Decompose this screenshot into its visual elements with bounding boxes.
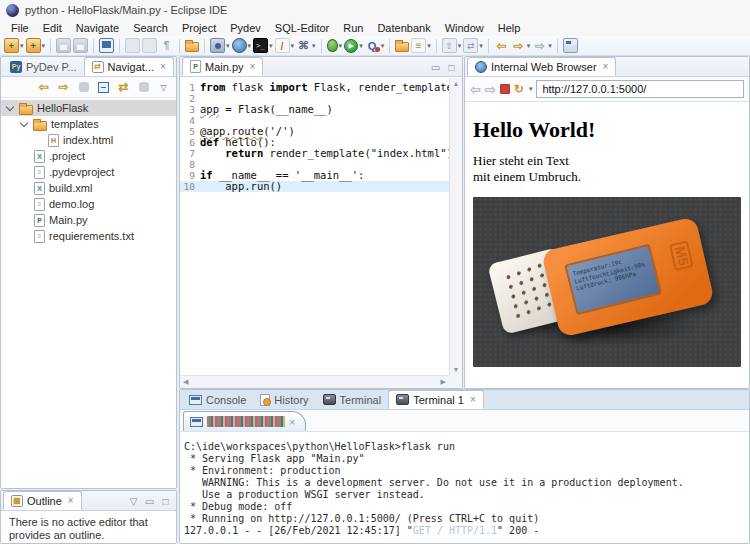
dropdown-icon[interactable]: ▾ xyxy=(527,42,531,50)
stop-icon[interactable] xyxy=(500,84,510,94)
tree-item-main-py[interactable]: PMain.py xyxy=(1,212,176,228)
dropdown-menu-icon[interactable]: ▽ xyxy=(155,79,172,96)
terminal-button[interactable]: >_▾ xyxy=(252,37,274,55)
tab-outline[interactable]: ▦ Outline × xyxy=(3,491,82,510)
close-icon[interactable]: × xyxy=(250,61,256,72)
maximize-icon[interactable]: □ xyxy=(159,496,172,507)
save-button[interactable] xyxy=(55,37,72,55)
minimize-icon[interactable]: ▭ xyxy=(429,62,442,73)
dropdown-icon[interactable]: ▾ xyxy=(548,42,552,50)
console-tab-terminal[interactable]: Terminal xyxy=(316,390,389,409)
dropdown-icon[interactable]: ▾ xyxy=(427,42,431,50)
console-tab-terminal-1[interactable]: Terminal 1× xyxy=(388,390,484,409)
dropdown-icon[interactable]: ▾ xyxy=(42,42,46,50)
navigator-tab-pydev-p-[interactable]: PyPyDev P... xyxy=(3,57,84,76)
menu-help[interactable]: Help xyxy=(491,22,528,34)
console-tab-console[interactable]: Console xyxy=(182,390,253,409)
dropdown-icon[interactable]: ▾ xyxy=(226,42,230,50)
new-pydev-module-button[interactable]: ⇧▾ xyxy=(441,37,463,55)
collapse-all-icon[interactable] xyxy=(95,79,112,96)
back-button[interactable]: ⇦ xyxy=(493,37,510,55)
navigator-tab-navigat-[interactable]: ⇄Navigat...× xyxy=(84,57,174,76)
menu-project[interactable]: Project xyxy=(175,22,223,34)
console-tab-history[interactable]: History xyxy=(253,390,315,409)
new-wizard-button[interactable]: ▾ xyxy=(3,37,25,55)
menu-edit[interactable]: Edit xyxy=(36,22,69,34)
last-edit-button[interactable]: ⇨▾ xyxy=(531,37,553,55)
open-folder-button[interactable] xyxy=(394,37,410,55)
menu-run[interactable]: Run xyxy=(336,22,370,34)
tree-item-index-html[interactable]: Hindex.html xyxy=(1,132,176,148)
maximize-icon[interactable]: □ xyxy=(445,62,458,73)
chevron-down-icon[interactable] xyxy=(6,102,14,110)
dropdown-icon[interactable]: ▾ xyxy=(20,42,24,50)
minimize-icon[interactable]: ▭ xyxy=(143,496,156,507)
screenshot-button[interactable]: ▾ xyxy=(209,37,231,55)
key-commands-button[interactable]: ⌘▾ xyxy=(295,37,317,55)
tree-item-requierements-txt[interactable]: ≡requierements.txt xyxy=(1,228,176,244)
forward-icon[interactable]: ⇨ xyxy=(55,79,72,96)
menu-window[interactable]: Window xyxy=(438,22,491,34)
tree-item-templates[interactable]: templates xyxy=(1,116,176,132)
close-icon[interactable]: × xyxy=(68,495,74,506)
dropdown-icon[interactable]: ▾ xyxy=(248,42,252,50)
horizontal-scrollbar[interactable]: ◀▶ xyxy=(180,375,449,388)
forward-button[interactable]: ⇨▾ xyxy=(510,37,532,55)
close-icon[interactable]: × xyxy=(470,394,476,405)
back-icon[interactable]: ⇦ xyxy=(35,79,52,96)
tab-main-py[interactable]: P Main.py × xyxy=(182,57,263,76)
link-with-editor-button[interactable] xyxy=(124,37,141,55)
menu-pydev[interactable]: Pydev xyxy=(223,22,268,34)
tree-item--project[interactable]: X.project xyxy=(1,148,176,164)
tree-item-helloflask[interactable]: HelloFlask xyxy=(1,100,176,116)
run-button[interactable]: ▶▾ xyxy=(343,37,364,55)
terminal-output[interactable]: C:\ide\workspaces\python\HelloFlask>flas… xyxy=(180,433,749,543)
open-perspective-button[interactable] xyxy=(562,37,579,55)
forward-icon[interactable]: ⇨ xyxy=(485,82,496,97)
menu-datenbank[interactable]: Datenbank xyxy=(370,22,437,34)
profile-button[interactable]: Q▾ xyxy=(364,37,386,55)
web-browser-button[interactable]: ▾ xyxy=(231,37,253,55)
debug-button[interactable]: ▾ xyxy=(326,37,344,55)
tree-item-demo-log[interactable]: ≡demo.log xyxy=(1,196,176,212)
view-menu-icon[interactable] xyxy=(135,79,152,96)
dropdown-icon[interactable]: ▾ xyxy=(359,42,363,50)
show-whitespace-button[interactable]: ¶ xyxy=(158,37,175,55)
up-icon[interactable] xyxy=(75,79,92,96)
link-editor-icon[interactable]: ⇄ xyxy=(115,79,132,96)
edit-button[interactable]: /▾ xyxy=(274,37,296,55)
dropdown-icon[interactable]: ▾ xyxy=(458,42,462,50)
dropdown-icon[interactable]: ▾ xyxy=(291,42,295,50)
dropdown-icon[interactable]: ▾ xyxy=(381,42,385,50)
refresh-view-button[interactable] xyxy=(141,37,158,55)
close-icon[interactable]: × xyxy=(160,61,166,72)
refresh-icon[interactable]: ↻ xyxy=(514,82,524,96)
dropdown-icon[interactable]: ▾ xyxy=(339,42,343,50)
tree-item-build-xml[interactable]: Xbuild.xml xyxy=(1,180,176,196)
dropdown-icon[interactable]: ▾ xyxy=(479,42,483,50)
mark-occurrences-button[interactable]: ≡▾ xyxy=(410,37,432,55)
menu-navigate[interactable]: Navigate xyxy=(69,22,126,34)
open-console-button[interactable] xyxy=(98,37,115,55)
menu-file[interactable]: File xyxy=(4,22,36,34)
minimize-icon[interactable]: ▭ xyxy=(174,62,177,73)
team-sync-button[interactable]: ⇄▾ xyxy=(462,37,484,55)
save-all-button[interactable] xyxy=(72,37,89,55)
dropdown-icon[interactable]: ▾ xyxy=(312,42,316,50)
menu-sql-editor[interactable]: SQL-Editor xyxy=(268,22,336,34)
code-editor[interactable]: 1from flask import Flask, render_templat… xyxy=(180,78,449,375)
menu-search[interactable]: Search xyxy=(126,22,175,34)
chevron-down-icon[interactable] xyxy=(20,118,28,126)
new-editor-button[interactable]: ▾ xyxy=(25,37,47,55)
dropdown-icon[interactable]: ▾ xyxy=(269,42,273,50)
open-resource-button[interactable] xyxy=(184,37,200,55)
view-menu-icon[interactable]: ▽ xyxy=(127,496,140,507)
vertical-scrollbar[interactable]: ▲▼ xyxy=(449,78,462,375)
close-icon[interactable]: × xyxy=(603,61,609,72)
terminal-connection-tab[interactable]: × xyxy=(183,411,306,431)
close-icon[interactable]: × xyxy=(289,416,295,428)
url-input[interactable]: http://127.0.0.1:5000/ xyxy=(536,80,744,98)
tree-item--pydevproject[interactable]: ≡.pydevproject xyxy=(1,164,176,180)
back-icon[interactable]: ⇦ xyxy=(470,82,481,97)
refresh-dropdown-icon[interactable]: ▾ xyxy=(529,85,533,93)
